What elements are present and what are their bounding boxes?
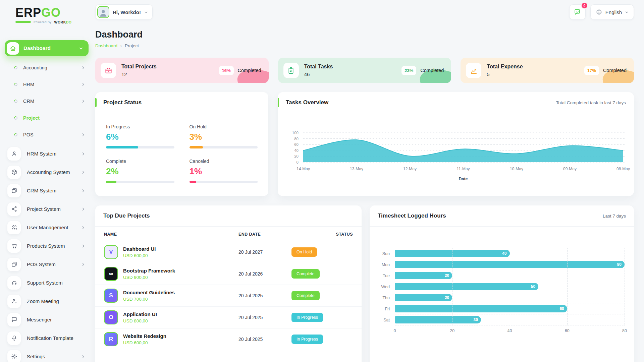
sidebar-item-hrm[interactable]: HRM [5, 76, 89, 93]
column-header-end-date: END DATE [238, 232, 291, 237]
sidebar-item-messenger[interactable]: Messenger [5, 310, 89, 329]
sidebar-item-crm[interactable]: CRM [5, 93, 89, 110]
stat-value: 5 [487, 71, 523, 77]
project-logo: ∞ [104, 267, 118, 281]
project-amount: USD 900,00 [123, 275, 175, 280]
status-badge: In Progress [291, 335, 323, 344]
project-name: Document Guidelines [123, 290, 175, 295]
svg-text:80: 80 [294, 137, 299, 141]
table-row-dashboard-ui[interactable]: V Dashboard UI USD 600,00 20 Jul 2027 On… [95, 241, 362, 263]
sidebar-item-pos[interactable]: POS [5, 126, 89, 143]
sidebar-item-support-system[interactable]: Support System [5, 274, 89, 292]
stat-right: 16% Completed [219, 66, 261, 75]
project-name: Dashboard UI [123, 246, 156, 252]
app-logo[interactable]: ERPGO Powered By WORKDO [5, 5, 89, 36]
status-percent: 2% [106, 166, 174, 177]
headset-icon [7, 276, 21, 290]
sidebar-item-label: HRM [23, 82, 34, 87]
share-icon [7, 202, 21, 216]
sidebar-item-dashboard[interactable]: Dashboard [5, 40, 89, 56]
sidebar-item-hrm-system[interactable]: HRM System [5, 144, 89, 163]
breadcrumb-dashboard-link[interactable]: Dashboard [95, 43, 117, 48]
project-amount: USD 600,00 [123, 340, 166, 345]
gear-icon [7, 350, 21, 362]
svg-text:20: 20 [294, 154, 299, 158]
status-percent: 1% [190, 166, 258, 177]
project-amount: USD 700,00 [123, 297, 175, 302]
main-content: Hi, Workdo! 0 English Dashboard Dashboar… [95, 0, 644, 362]
sidebar-item-notification-template[interactable]: Notification Template [5, 329, 89, 347]
end-date: 20 Jul 2025 [238, 337, 291, 342]
table-row-website-redesign[interactable]: R Website Redesign USD 600,00 20 Jul 202… [95, 328, 362, 350]
status-item-on-hold: On Hold 3% [190, 124, 258, 148]
stat-title: Total Expense [487, 64, 523, 70]
stat-text: Total Expense 5 [487, 64, 523, 77]
end-date: 20 Jul 2025 [238, 293, 291, 298]
top-due-projects-header: Top Due Projects [95, 205, 362, 227]
svg-text:13-May: 13-May [350, 167, 363, 171]
person-check-icon [7, 295, 21, 308]
card-title: Project Status [103, 99, 142, 106]
stat-title: Total Projects [121, 64, 157, 70]
workdo-brand-dark: WORK [54, 20, 66, 24]
sidebar-item-accounting[interactable]: Accounting [5, 59, 89, 76]
timesheet-card: Timesheet Logged Hours Last 7 days SunMo… [370, 205, 634, 362]
bar-chart-plot: 40 80 20 50 20 60 30 020406080 [395, 248, 625, 336]
project-info: Application UI USD 800,00 [123, 311, 157, 323]
sidebar-item-zoom-meeting[interactable]: Zoom Meeting [5, 292, 89, 310]
stat-text: Total Projects 12 [121, 64, 157, 77]
card-title: Tasks Overview [286, 99, 328, 106]
project-info: Document Guidelines USD 700,00 [123, 290, 175, 302]
svg-text:40: 40 [294, 148, 299, 153]
sidebar-sections: HRM System Accounting System CRM System … [5, 144, 89, 362]
table-row-document-guidelines[interactable]: S Document Guidelines USD 700,00 20 Jul … [95, 285, 362, 307]
trend-icon [466, 63, 481, 78]
user-menu-button[interactable]: Hi, Workdo! [95, 4, 153, 20]
notification-button[interactable]: 0 [569, 4, 586, 20]
chevron-right-icon [81, 99, 85, 103]
sidebar-item-project[interactable]: Project [5, 110, 89, 126]
x-axis-tick: 20 [450, 328, 454, 333]
stat-text: Total Tasks 46 [304, 64, 333, 77]
chevron-right-icon [81, 170, 85, 174]
gridline [452, 248, 452, 325]
sidebar-item-settings[interactable]: Settings [5, 347, 89, 362]
table-row-application-ui[interactable]: O Application UI USD 800,00 20 Jul 2025 … [95, 307, 362, 328]
sidebar-item-project-system[interactable]: Project System [5, 200, 89, 218]
sidebar-item-products-system[interactable]: Products System [5, 237, 89, 255]
bar-category-label: Thu [378, 292, 390, 303]
stat-completed-label: Completed [603, 68, 627, 73]
cart-icon [7, 239, 21, 253]
table-row-bootstrap-framework[interactable]: ∞ Bootstrap Framework USD 900,00 20 Jul … [95, 263, 362, 285]
sidebar-item-accounting-system[interactable]: Accounting System [5, 163, 89, 181]
project-status-card: Project Status In Progress 6% On Hold 3%… [95, 92, 268, 196]
language-selector[interactable]: English [590, 4, 634, 20]
bullet-icon [13, 65, 18, 70]
sidebar-item-label: POS [23, 132, 34, 137]
bottom-row: Top Due Projects NAME END DATE STATUS V … [95, 205, 634, 362]
sidebar-item-user-management[interactable]: User Management [5, 218, 89, 237]
sidebar-item-label: User Management [27, 225, 68, 230]
sidebar-item-label: Notification Template [27, 335, 73, 341]
chat-notification-icon [574, 8, 581, 16]
sidebar-item-label: Dashboard [23, 45, 51, 51]
bullet-icon [13, 99, 18, 104]
end-date: 20 Jul 2025 [238, 315, 291, 320]
svg-text:11-May: 11-May [457, 167, 470, 171]
bar-category-label: Sun [378, 248, 390, 259]
stat-value: 46 [304, 71, 333, 77]
top-due-projects-card: Top Due Projects NAME END DATE STATUS V … [95, 205, 362, 362]
project-cell: R Website Redesign USD 600,00 [104, 332, 238, 346]
sidebar-item-crm-system[interactable]: CRM System [5, 181, 89, 200]
timesheet-header: Timesheet Logged Hours Last 7 days [370, 205, 634, 227]
card-title: Timesheet Logged Hours [378, 213, 446, 219]
chevron-right-icon [81, 189, 85, 193]
status-badge: Complete [291, 269, 320, 279]
page-title: Dashboard [95, 29, 634, 40]
bar-category-label: Mon [378, 259, 390, 270]
sidebar-item-pos-system[interactable]: POS System [5, 255, 89, 274]
breadcrumb-separator: › [120, 44, 122, 48]
sidebar-item-label: CRM [23, 99, 34, 104]
svg-text:10-May: 10-May [510, 167, 523, 171]
column-header-status: STATUS [291, 232, 353, 237]
